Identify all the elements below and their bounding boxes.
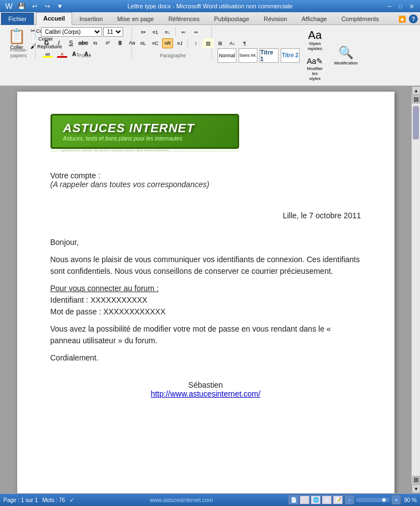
help-btn[interactable]: ?: [409, 14, 418, 23]
logo-title: ASTUCES INTERNET: [63, 121, 226, 136]
align-center-btn[interactable]: ≡C: [150, 38, 161, 48]
document-body: Bonjour, Nous avons le plaisir de vous c…: [50, 237, 361, 364]
font-name-row: Calibri (Corps) 11: [41, 27, 123, 37]
ribbon-content: 📋 Coller ✂Couper 📄Copier 🖌Reproduire Pre…: [0, 25, 420, 86]
font-name-select[interactable]: Calibri (Corps): [41, 27, 102, 37]
word-icon: W: [3, 1, 14, 11]
draft-view-btn[interactable]: 📝: [333, 495, 343, 504]
style-h1[interactable]: Titre 1: [260, 48, 279, 63]
font-size-select[interactable]: 11: [103, 27, 123, 37]
undo-btn[interactable]: ↩: [29, 1, 40, 11]
logo-container: ASTUCES INTERNET Astuces, tests et bons …: [50, 114, 239, 149]
title-bar-left: W 💾 ↩ ↪ ▼: [3, 1, 74, 11]
minimize-btn[interactable]: ─: [384, 2, 394, 11]
para-list-row: ≡• ≡1 ≡↓ ⇐ ⇒: [138, 27, 201, 37]
bullet-list-btn[interactable]: ≡•: [138, 27, 149, 37]
qa-dropdown-btn[interactable]: ▼: [54, 1, 65, 11]
tab-references[interactable]: Références: [161, 13, 206, 25]
tab-revision[interactable]: Révision: [256, 13, 294, 25]
align-right-btn[interactable]: ≡R: [162, 38, 173, 48]
logo-area: ASTUCES INTERNET Astuces, tests et bons …: [50, 114, 361, 160]
multilevel-list-btn[interactable]: ≡↓: [162, 27, 173, 37]
connection-title: Pour vous connecter au forum : Identifia…: [50, 283, 361, 318]
signature-link[interactable]: http://www.astucesinternet.com/: [151, 389, 261, 398]
zoom-out-btn[interactable]: −: [345, 495, 354, 504]
maximize-btn[interactable]: □: [396, 2, 406, 11]
align-left-btn[interactable]: ≡L: [138, 38, 149, 48]
font-format-row: G I S abc x₂ x² 🗑 Aa: [41, 38, 138, 48]
subscript-btn[interactable]: x₂: [90, 38, 101, 48]
justify-btn[interactable]: ≡J: [174, 38, 185, 48]
account-section: Votre compte : (A rappeler dans toutes v…: [50, 171, 361, 189]
close-btn[interactable]: ✕: [407, 2, 417, 11]
status-left: Page : 1 sur 1 Mots : 76 ✓: [3, 497, 74, 503]
paste-icon: 📋: [8, 28, 26, 44]
strikethrough-btn[interactable]: abc: [78, 38, 89, 48]
tab-affichage[interactable]: Affichage: [294, 13, 334, 25]
scroll-up-btn[interactable]: ▲: [412, 86, 420, 95]
signature-area: Sébastien http://www.astucesinternet.com…: [50, 380, 361, 398]
italic-btn[interactable]: I: [53, 38, 64, 48]
ribbon-group-police: Calibri (Corps) 11 G I S abc x₂ x² 🗑 Aa: [38, 26, 132, 59]
styles-gallery: Normal Sans int. Titre 1 Titre 2: [217, 48, 301, 63]
outline-view-btn[interactable]: ≡: [322, 495, 332, 504]
underline-btn[interactable]: S: [65, 38, 77, 48]
tab-insertion[interactable]: Insertion: [72, 13, 110, 25]
zoom-percent: 90 %: [404, 497, 417, 503]
superscript-btn[interactable]: x²: [102, 38, 113, 48]
styles-rapides-btn[interactable]: Aa Stylesrapides: [303, 27, 327, 53]
zoom-slider-thumb[interactable]: [381, 497, 387, 503]
modifier-styles-icon: Aa✎: [307, 57, 323, 66]
cordialement: Cordialement.: [50, 352, 361, 364]
vertical-scrollbar: ▲ ⊠ ⊠ ▼: [411, 86, 420, 493]
tab-fichier[interactable]: Fichier: [1, 13, 34, 25]
web-view-btn[interactable]: 🌐: [311, 495, 321, 504]
numbered-list-btn[interactable]: ≡1: [150, 27, 161, 37]
ribbon-group-style: Normal Sans int. Titre 1 Titre 2 Aa Styl…: [214, 26, 314, 83]
tab-complements[interactable]: Compléments: [334, 13, 386, 25]
clear-format-btn[interactable]: 🗑: [114, 38, 125, 48]
scroll-bottom-btn[interactable]: ⊠: [412, 476, 420, 484]
document-scroll[interactable]: ASTUCES INTERNET Astuces, tests et bons …: [0, 86, 411, 493]
print-view-btn[interactable]: 📄: [289, 495, 298, 504]
bold-btn[interactable]: G: [41, 38, 52, 48]
shading-btn[interactable]: ▨: [203, 38, 214, 48]
decrease-indent-btn[interactable]: ⇐: [178, 27, 189, 37]
fullscreen-view-btn[interactable]: ⬜: [300, 495, 310, 504]
styles-rapides-icon: Aa: [308, 29, 321, 41]
zoom-in-btn[interactable]: +: [392, 495, 401, 504]
redo-btn[interactable]: ↪: [42, 1, 53, 11]
greeting: Bonjour,: [50, 237, 361, 248]
minimize-ribbon-btn[interactable]: 🔼: [397, 14, 408, 24]
save-quick-btn[interactable]: 💾: [16, 1, 27, 11]
date-line: Lille, le 7 octobre 2011: [50, 211, 361, 220]
style-normal[interactable]: Normal: [217, 48, 236, 63]
line-spacing-btn[interactable]: ↕: [190, 38, 201, 48]
rappel-text: (A rappeler dans toutes vos correspondan…: [50, 180, 210, 189]
zoom-slider[interactable]: [356, 498, 389, 502]
status-bar: Page : 1 sur 1 Mots : 76 ✓ www.astucesin…: [0, 494, 420, 506]
scroll-down-btn[interactable]: ▼: [412, 484, 420, 493]
signature-name: Sébastien: [50, 380, 361, 389]
title-bar: W 💾 ↩ ↪ ▼ Lettre type.docx - Microsoft W…: [0, 0, 420, 12]
page-info: Page : 1 sur 1: [3, 497, 38, 503]
ribbon-tabs: Fichier Accueil Insertion Mise en page R…: [0, 12, 420, 25]
tab-mise-en-page[interactable]: Mise en page: [110, 13, 161, 25]
scroll-top-btn[interactable]: ⊠: [412, 96, 420, 103]
identifiant-line: Identifiant : XXXXXXXXXXX: [50, 295, 148, 304]
modifier-styles-btn[interactable]: Aa✎ Modifierles styles: [303, 54, 327, 83]
document-area: ASTUCES INTERNET Astuces, tests et bons …: [0, 86, 420, 493]
tab-accueil[interactable]: Accueil: [36, 12, 72, 25]
paragraph1: Nous avons le plaisir de vous communique…: [50, 254, 361, 277]
modification-btn[interactable]: 🔍 Modification: [329, 43, 363, 68]
style-no-space[interactable]: Sans int.: [239, 48, 257, 63]
ribbon-group-presse-papiers: 📋 Coller ✂Couper 📄Copier 🖌Reproduire Pre…: [2, 26, 36, 59]
logo-reflection: Astuces, tests et bons plans pour les in…: [50, 148, 239, 152]
document-page: ASTUCES INTERNET Astuces, tests et bons …: [17, 92, 394, 493]
style-h2[interactable]: Titre 2: [281, 48, 300, 63]
increase-indent-btn[interactable]: ⇒: [190, 27, 201, 37]
scroll-track: [412, 104, 420, 475]
scroll-thumb[interactable]: [413, 106, 419, 139]
status-right: 📄 ⬜ 🌐 ≡ 📝 − + 90 %: [289, 495, 417, 504]
tab-publipostage[interactable]: Publipostage: [207, 13, 257, 25]
